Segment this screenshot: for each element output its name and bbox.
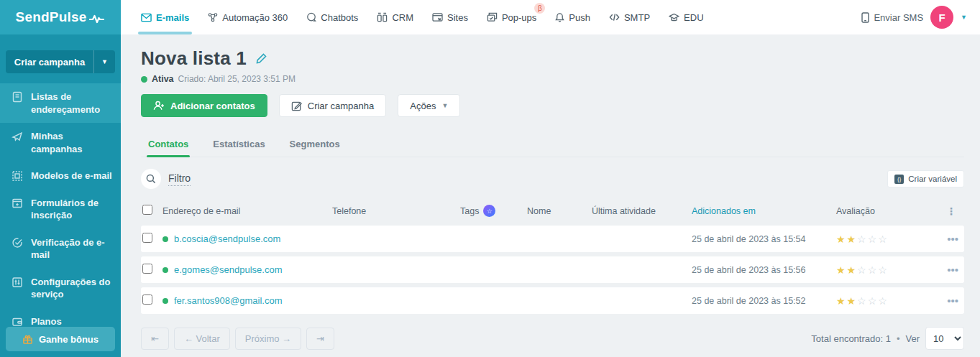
tab-statistics[interactable]: Estatísticas <box>211 133 266 157</box>
envelope-icon <box>141 13 152 22</box>
create-campaign-label: Criar campanha <box>6 57 93 68</box>
braces-icon: {} <box>894 175 904 184</box>
rating-stars[interactable]: ★★☆☆☆ <box>836 295 942 307</box>
add-user-icon <box>153 101 165 111</box>
tab-sites[interactable]: Sites <box>432 0 468 34</box>
tab-crm[interactable]: CRM <box>377 0 413 34</box>
sendpulse-logo[interactable]: SendPulse <box>0 0 121 34</box>
row-menu-icon[interactable]: ••• <box>942 295 964 307</box>
check-circle-icon <box>12 237 23 249</box>
sidebar-item-service-settings[interactable]: Configurações do serviço <box>0 269 121 308</box>
column-tags[interactable]: Tags ☆ <box>460 205 527 217</box>
automation-icon <box>208 12 218 22</box>
sidebar-item-label: Verificação de e-mail <box>31 236 114 261</box>
pagination: ⇤ ← Voltar Próximo → ⇥ Total encontrado:… <box>141 327 964 350</box>
create-variable-button[interactable]: {} Criar variável <box>887 170 964 187</box>
tab-label: Segmentos <box>290 139 340 149</box>
contact-email-link[interactable]: b.coscia@sendpulse.com <box>162 233 332 244</box>
sidebar-item-label: Planos <box>31 315 62 328</box>
sidebar-item-email-verification[interactable]: Verificação de e-mail <box>0 229 121 269</box>
status-badge: Ativa <box>152 74 174 84</box>
filter-control[interactable]: Filtro <box>141 169 191 189</box>
product-nav: E-mails Automação 360 Chatbots CRM Sites <box>141 0 704 34</box>
sidebar-item-subscription-forms[interactable]: Formulários de inscrição <box>0 190 121 229</box>
pulse-icon <box>89 14 105 24</box>
row-menu-icon[interactable]: ••• <box>942 233 964 245</box>
tab-edu[interactable]: EDU <box>669 0 703 34</box>
view-label: Ver <box>905 333 920 344</box>
dot-separator: • <box>897 333 900 344</box>
table-row[interactable]: b.coscia@sendpulse.com 25 de abril de 20… <box>141 226 964 252</box>
contact-email-link[interactable]: e.gomes@sendpulse.com <box>162 264 332 275</box>
total-found-label: Total encontrado: 1 <box>811 333 891 344</box>
create-campaign-button[interactable]: Criar campanha ▼ <box>6 50 115 73</box>
sidebar-item-mailing-lists[interactable]: Listas de endereçamento <box>0 83 121 123</box>
graduation-icon <box>669 13 679 22</box>
column-settings-kebab-icon[interactable]: ⋮ <box>942 205 964 217</box>
first-page-button[interactable]: ⇤ <box>141 328 169 350</box>
sidebar-nav: Listas de endereçamento Minhas campanhas… <box>0 83 121 335</box>
actions-button[interactable]: Ações ▼ <box>398 94 460 117</box>
tab-emails[interactable]: E-mails <box>141 0 189 34</box>
table-row[interactable]: fer.santos908@gmail.com 25 de abril de 2… <box>141 287 964 314</box>
avatar[interactable]: F <box>930 6 953 29</box>
create-campaign-main-button[interactable]: Criar campanha <box>279 94 387 117</box>
send-sms-button[interactable]: Enviar SMS <box>861 12 923 23</box>
next-page-button[interactable]: Próximo → <box>235 328 301 350</box>
table-row[interactable]: e.gomes@sendpulse.com 25 de abril de 202… <box>141 256 964 283</box>
tab-contacts[interactable]: Contatos <box>147 133 190 157</box>
chat-icon <box>306 12 316 22</box>
column-last-activity[interactable]: Última atividade <box>592 206 692 216</box>
actions-label: Ações <box>410 101 436 111</box>
row-menu-icon[interactable]: ••• <box>942 264 964 276</box>
row-checkbox[interactable] <box>142 233 152 243</box>
tab-push[interactable]: Push <box>555 0 590 34</box>
filter-label: Filtro <box>168 172 191 186</box>
add-contacts-button[interactable]: Adicionar contatos <box>141 94 267 117</box>
bonus-button[interactable]: Ganhe bônus <box>6 327 115 351</box>
created-date: Criado: Abril 25, 2023 3:51 PM <box>178 74 296 84</box>
row-checkbox[interactable] <box>142 264 152 274</box>
sidebar-item-my-campaigns[interactable]: Minhas campanhas <box>0 123 121 162</box>
per-page-select[interactable]: 10 <box>925 327 964 350</box>
column-name[interactable]: Nome <box>527 206 592 216</box>
tab-label: Estatísticas <box>213 139 265 149</box>
tab-label: Push <box>569 12 590 23</box>
sliders-icon <box>12 277 23 288</box>
popup-icon <box>487 12 498 22</box>
tab-segments[interactable]: Segmentos <box>288 133 342 157</box>
sidebar-item-label: Configurações do serviço <box>31 276 114 301</box>
tab-chatbots[interactable]: Chatbots <box>306 0 358 34</box>
sidebar-item-label: Formulários de inscrição <box>31 197 114 222</box>
create-campaign-main-label: Criar campanha <box>308 101 375 111</box>
gift-icon <box>22 334 33 345</box>
row-checkbox[interactable] <box>142 295 152 305</box>
edit-pencil-icon[interactable] <box>255 52 267 65</box>
prev-page-button[interactable]: ← Voltar <box>174 328 230 350</box>
last-page-button[interactable]: ⇥ <box>306 328 334 350</box>
campaign-icon <box>12 131 23 142</box>
chevron-down-icon[interactable]: ▼ <box>961 14 967 21</box>
select-all-checkbox[interactable] <box>142 205 152 215</box>
active-dot <box>162 298 168 304</box>
sidebar-item-email-templates[interactable]: Modelos de e-mail <box>0 162 121 190</box>
create-variable-label: Criar variável <box>908 175 957 183</box>
column-rating[interactable]: Avaliação <box>836 206 942 216</box>
sidebar-item-label: Minhas campanhas <box>31 130 114 155</box>
tab-label: Automação 360 <box>222 12 288 23</box>
column-added-on[interactable]: Adicionados em <box>692 206 836 216</box>
column-phone[interactable]: Telefone <box>332 206 460 216</box>
tab-automation360[interactable]: Automação 360 <box>208 0 288 34</box>
contact-email-link[interactable]: fer.santos908@gmail.com <box>162 295 332 306</box>
tab-smtp[interactable]: SMTP <box>609 0 650 34</box>
list-tabs: Contatos Estatísticas Segmentos <box>141 133 964 157</box>
chevron-down-icon[interactable]: ▼ <box>93 50 115 73</box>
rating-stars[interactable]: ★★☆☆☆ <box>836 264 942 276</box>
avatar-letter: F <box>938 11 945 24</box>
column-email[interactable]: Endereço de e-mail <box>162 206 332 216</box>
chevron-down-icon: ▼ <box>441 102 448 109</box>
tab-label: Chatbots <box>321 12 358 23</box>
tab-label: EDU <box>684 12 703 23</box>
rating-stars[interactable]: ★★☆☆☆ <box>836 233 942 245</box>
tab-popups[interactable]: Pop-ups β <box>487 0 536 34</box>
